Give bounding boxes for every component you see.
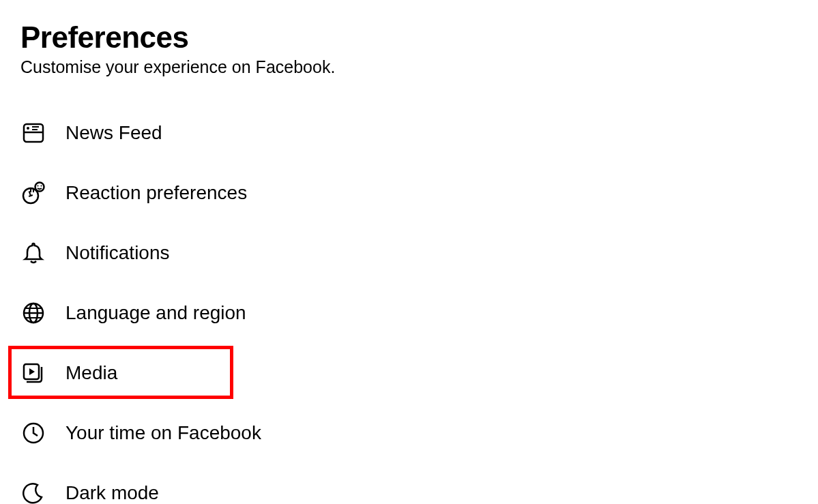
menu-label: Notifications [65,242,170,264]
svg-point-8 [41,186,42,187]
menu-label: Reaction preferences [65,182,247,204]
reaction-icon [20,180,46,206]
menu-label: News Feed [65,122,162,144]
media-icon [20,360,46,386]
bell-icon [20,240,46,266]
menu-item-language-region[interactable]: Language and region [20,283,798,343]
page-subtitle: Customise your experience on Facebook. [20,57,798,77]
page-title: Preferences [20,20,798,55]
preferences-menu: News Feed Reaction preferences Notificat… [20,103,798,504]
globe-icon [20,300,46,326]
menu-item-your-time[interactable]: Your time on Facebook [20,403,798,463]
menu-label: Language and region [65,302,246,324]
news-feed-icon [20,120,46,146]
menu-label: Your time on Facebook [65,422,261,444]
menu-item-notifications[interactable]: Notifications [20,223,798,283]
svg-point-6 [35,183,44,192]
menu-item-media[interactable]: Media [20,343,798,403]
menu-item-dark-mode[interactable]: Dark mode [20,463,798,504]
menu-label: Dark mode [65,482,159,504]
clock-icon [20,420,46,446]
moon-icon [20,480,46,504]
menu-label: Media [65,362,117,384]
svg-point-7 [38,186,39,187]
svg-point-2 [27,127,29,130]
menu-item-reaction-preferences[interactable]: Reaction preferences [20,163,798,223]
menu-item-news-feed[interactable]: News Feed [20,103,798,163]
